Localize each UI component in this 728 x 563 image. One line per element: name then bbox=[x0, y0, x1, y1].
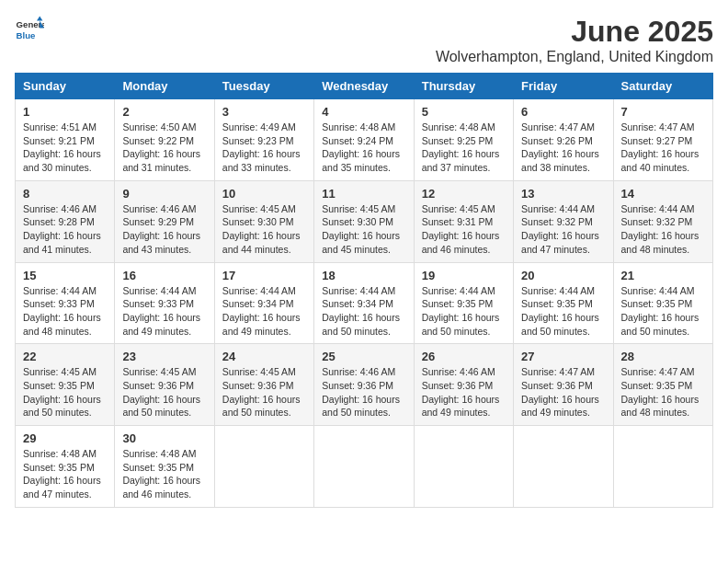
day-info: Sunrise: 4:44 AMSunset: 9:32 PMDaylight:… bbox=[621, 202, 705, 257]
day-number: 27 bbox=[521, 350, 605, 363]
calendar-week-row: 22Sunrise: 4:45 AMSunset: 9:35 PMDayligh… bbox=[16, 344, 713, 426]
day-info: Sunrise: 4:47 AMSunset: 9:36 PMDaylight:… bbox=[521, 365, 605, 419]
day-number: 29 bbox=[23, 431, 107, 445]
weekday-header-row: SundayMondayTuesdayWednesdayThursdayFrid… bbox=[16, 74, 713, 99]
calendar-day-cell: 14Sunrise: 4:44 AMSunset: 9:32 PMDayligh… bbox=[613, 180, 712, 262]
calendar-day-cell: 6Sunrise: 4:47 AMSunset: 9:26 PMDaylight… bbox=[514, 99, 613, 181]
calendar-week-row: 29Sunrise: 4:48 AMSunset: 9:35 PMDayligh… bbox=[16, 426, 713, 508]
day-number: 3 bbox=[222, 105, 306, 119]
location-title: Wolverhampton, England, United Kingdom bbox=[436, 49, 713, 65]
calendar-day-cell: 19Sunrise: 4:44 AMSunset: 9:35 PMDayligh… bbox=[414, 262, 513, 344]
day-number: 4 bbox=[322, 105, 405, 119]
day-number: 14 bbox=[621, 187, 705, 201]
calendar-day-cell: 27Sunrise: 4:47 AMSunset: 9:36 PMDayligh… bbox=[514, 344, 613, 426]
day-number: 9 bbox=[122, 187, 206, 201]
day-info: Sunrise: 4:48 AMSunset: 9:35 PMDaylight:… bbox=[122, 447, 206, 501]
weekday-header-monday: Monday bbox=[115, 74, 214, 99]
calendar-day-cell: 15Sunrise: 4:44 AMSunset: 9:33 PMDayligh… bbox=[16, 262, 115, 344]
day-info: Sunrise: 4:44 AMSunset: 9:34 PMDaylight:… bbox=[222, 284, 306, 339]
day-number: 30 bbox=[122, 431, 206, 445]
day-info: Sunrise: 4:49 AMSunset: 9:23 PMDaylight:… bbox=[222, 121, 306, 175]
day-info: Sunrise: 4:45 AMSunset: 9:35 PMDaylight:… bbox=[23, 365, 107, 419]
calendar-week-row: 15Sunrise: 4:44 AMSunset: 9:33 PMDayligh… bbox=[16, 262, 713, 344]
calendar-day-cell: 28Sunrise: 4:47 AMSunset: 9:35 PMDayligh… bbox=[613, 344, 712, 426]
logo: General Blue bbox=[15, 15, 44, 44]
day-info: Sunrise: 4:45 AMSunset: 9:36 PMDaylight:… bbox=[122, 365, 206, 419]
calendar-day-cell: 3Sunrise: 4:49 AMSunset: 9:23 PMDaylight… bbox=[214, 99, 313, 181]
day-number: 25 bbox=[322, 350, 405, 363]
day-number: 24 bbox=[222, 350, 306, 363]
day-number: 23 bbox=[122, 350, 206, 363]
day-number: 12 bbox=[422, 187, 506, 201]
day-number: 21 bbox=[621, 269, 705, 282]
calendar-day-cell: 24Sunrise: 4:45 AMSunset: 9:36 PMDayligh… bbox=[214, 344, 313, 426]
calendar-day-cell: 23Sunrise: 4:45 AMSunset: 9:36 PMDayligh… bbox=[115, 344, 214, 426]
day-info: Sunrise: 4:44 AMSunset: 9:35 PMDaylight:… bbox=[521, 284, 605, 339]
day-number: 22 bbox=[23, 350, 107, 363]
day-info: Sunrise: 4:46 AMSunset: 9:36 PMDaylight:… bbox=[322, 365, 405, 419]
day-info: Sunrise: 4:48 AMSunset: 9:24 PMDaylight:… bbox=[322, 121, 405, 175]
weekday-header-wednesday: Wednesday bbox=[314, 74, 414, 99]
weekday-header-friday: Friday bbox=[514, 74, 613, 99]
month-title: June 2025 bbox=[436, 15, 713, 49]
weekday-header-saturday: Saturday bbox=[613, 74, 712, 99]
calendar-day-cell: 8Sunrise: 4:46 AMSunset: 9:28 PMDaylight… bbox=[16, 180, 115, 262]
day-info: Sunrise: 4:45 AMSunset: 9:31 PMDaylight:… bbox=[422, 202, 506, 257]
day-number: 8 bbox=[23, 187, 107, 201]
day-info: Sunrise: 4:45 AMSunset: 9:36 PMDaylight:… bbox=[222, 365, 306, 419]
day-number: 19 bbox=[422, 269, 506, 282]
day-info: Sunrise: 4:44 AMSunset: 9:35 PMDaylight:… bbox=[422, 284, 506, 339]
title-block: June 2025 Wolverhampton, England, United… bbox=[436, 15, 713, 65]
calendar-day-cell: 30Sunrise: 4:48 AMSunset: 9:35 PMDayligh… bbox=[115, 426, 214, 508]
calendar-day-cell: 4Sunrise: 4:48 AMSunset: 9:24 PMDaylight… bbox=[314, 99, 414, 181]
day-number: 16 bbox=[122, 269, 206, 282]
day-number: 6 bbox=[521, 105, 605, 119]
day-info: Sunrise: 4:48 AMSunset: 9:25 PMDaylight:… bbox=[422, 121, 506, 175]
calendar-empty-cell bbox=[314, 426, 414, 508]
day-info: Sunrise: 4:46 AMSunset: 9:36 PMDaylight:… bbox=[422, 365, 506, 419]
calendar-day-cell: 10Sunrise: 4:45 AMSunset: 9:30 PMDayligh… bbox=[214, 180, 313, 262]
day-info: Sunrise: 4:47 AMSunset: 9:35 PMDaylight:… bbox=[621, 365, 705, 419]
day-info: Sunrise: 4:44 AMSunset: 9:33 PMDaylight:… bbox=[23, 284, 107, 339]
calendar-day-cell: 26Sunrise: 4:46 AMSunset: 9:36 PMDayligh… bbox=[414, 344, 513, 426]
calendar-day-cell: 17Sunrise: 4:44 AMSunset: 9:34 PMDayligh… bbox=[214, 262, 313, 344]
svg-marker-3 bbox=[37, 17, 42, 21]
weekday-header-thursday: Thursday bbox=[414, 74, 513, 99]
day-info: Sunrise: 4:44 AMSunset: 9:32 PMDaylight:… bbox=[521, 202, 605, 257]
day-info: Sunrise: 4:50 AMSunset: 9:22 PMDaylight:… bbox=[122, 121, 206, 175]
day-number: 5 bbox=[422, 105, 506, 119]
calendar-day-cell: 16Sunrise: 4:44 AMSunset: 9:33 PMDayligh… bbox=[115, 262, 214, 344]
day-number: 10 bbox=[222, 187, 306, 201]
day-number: 13 bbox=[521, 187, 605, 201]
calendar-day-cell: 13Sunrise: 4:44 AMSunset: 9:32 PMDayligh… bbox=[514, 180, 613, 262]
calendar-day-cell: 7Sunrise: 4:47 AMSunset: 9:27 PMDaylight… bbox=[613, 99, 712, 181]
day-info: Sunrise: 4:48 AMSunset: 9:35 PMDaylight:… bbox=[23, 447, 107, 501]
calendar-day-cell: 11Sunrise: 4:45 AMSunset: 9:30 PMDayligh… bbox=[314, 180, 414, 262]
calendar-week-row: 1Sunrise: 4:51 AMSunset: 9:21 PMDaylight… bbox=[16, 99, 713, 181]
calendar-day-cell: 1Sunrise: 4:51 AMSunset: 9:21 PMDaylight… bbox=[16, 99, 115, 181]
day-number: 17 bbox=[222, 269, 306, 282]
calendar-day-cell: 25Sunrise: 4:46 AMSunset: 9:36 PMDayligh… bbox=[314, 344, 414, 426]
calendar-day-cell: 20Sunrise: 4:44 AMSunset: 9:35 PMDayligh… bbox=[514, 262, 613, 344]
calendar-day-cell: 2Sunrise: 4:50 AMSunset: 9:22 PMDaylight… bbox=[115, 99, 214, 181]
day-number: 2 bbox=[122, 105, 206, 119]
calendar-day-cell: 18Sunrise: 4:44 AMSunset: 9:34 PMDayligh… bbox=[314, 262, 414, 344]
calendar-day-cell: 9Sunrise: 4:46 AMSunset: 9:29 PMDaylight… bbox=[115, 180, 214, 262]
day-info: Sunrise: 4:44 AMSunset: 9:35 PMDaylight:… bbox=[621, 284, 705, 339]
day-info: Sunrise: 4:44 AMSunset: 9:34 PMDaylight:… bbox=[322, 284, 405, 339]
calendar-day-cell: 21Sunrise: 4:44 AMSunset: 9:35 PMDayligh… bbox=[613, 262, 712, 344]
calendar-empty-cell bbox=[514, 426, 613, 508]
day-number: 7 bbox=[621, 105, 705, 119]
weekday-header-tuesday: Tuesday bbox=[214, 74, 313, 99]
logo-icon: General Blue bbox=[15, 15, 44, 44]
day-info: Sunrise: 4:47 AMSunset: 9:26 PMDaylight:… bbox=[521, 121, 605, 175]
weekday-header-sunday: Sunday bbox=[16, 74, 115, 99]
day-info: Sunrise: 4:44 AMSunset: 9:33 PMDaylight:… bbox=[122, 284, 206, 339]
day-info: Sunrise: 4:46 AMSunset: 9:29 PMDaylight:… bbox=[122, 202, 206, 257]
day-number: 15 bbox=[23, 269, 107, 282]
calendar-week-row: 8Sunrise: 4:46 AMSunset: 9:28 PMDaylight… bbox=[16, 180, 713, 262]
day-number: 26 bbox=[422, 350, 506, 363]
svg-text:Blue: Blue bbox=[17, 30, 36, 40]
calendar-empty-cell bbox=[414, 426, 513, 508]
day-number: 28 bbox=[621, 350, 705, 363]
